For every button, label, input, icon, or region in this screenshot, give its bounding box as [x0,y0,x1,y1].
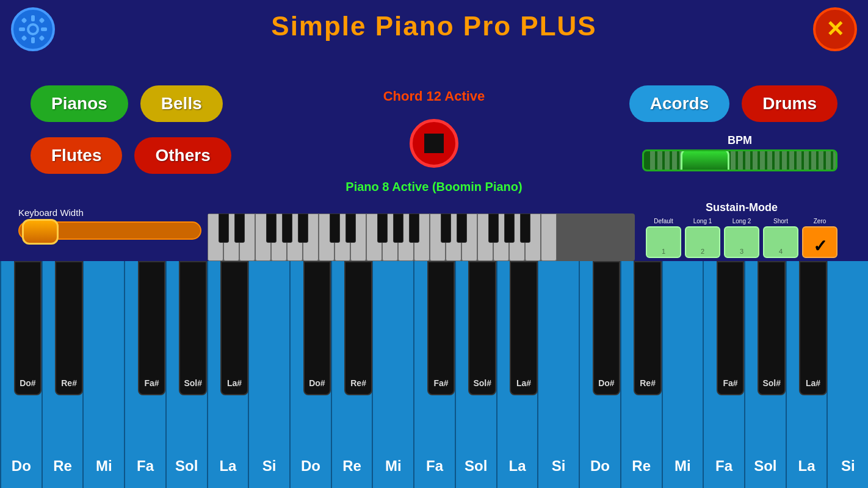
key-mi3[interactable]: Mi [662,261,703,488]
bells-button[interactable]: Bells [140,85,223,122]
svg-rect-8 [21,35,27,41]
bpm-slider[interactable] [642,149,837,171]
key-mi1[interactable]: Mi [82,261,124,488]
svg-rect-9 [39,35,45,41]
key-si1[interactable]: Si [248,261,289,488]
sustain-long1[interactable]: Long 1 2 [685,218,720,258]
black-key-Res2[interactable]: Re# [344,261,372,395]
key-mi2[interactable]: Mi [372,261,413,488]
black-key-Fas2[interactable]: Fa# [427,261,455,395]
svg-rect-5 [41,27,47,31]
flutes-button[interactable]: Flutes [31,137,122,174]
piano-active-label: Piano 8 Active (Boomin Piano) [345,180,522,194]
keyboard-width-label: Keyboard Width [18,207,201,218]
drums-button[interactable]: Drums [742,85,837,122]
svg-rect-2 [31,15,35,21]
black-key-Sols2[interactable]: Sol# [468,261,496,395]
black-key-Las1[interactable]: La# [220,261,248,395]
others-button[interactable]: Others [134,137,231,174]
black-key-Las2[interactable]: La# [510,261,538,395]
svg-rect-3 [31,37,35,43]
black-key-Las3[interactable]: La# [799,261,827,395]
settings-button[interactable] [11,7,55,51]
sustain-long2[interactable]: Long 2 3 [724,218,759,258]
pianos-button[interactable]: Pianos [31,85,128,122]
black-key-Sols1[interactable]: Sol# [179,261,207,395]
close-button[interactable]: ✕ [813,7,857,51]
gear-icon [16,13,49,46]
key-si2[interactable]: Si [537,261,579,488]
app-title: Simple Piano Pro PLUS [0,0,868,41]
mini-piano-preview: .mpw { display:inline-block; width:26px;… [208,214,635,261]
keyboard-width-handle[interactable] [22,219,59,245]
svg-rect-4 [19,27,25,31]
keyboard-width-slider[interactable] [18,221,201,240]
bpm-label: BPM [728,134,752,147]
black-key-Fas3[interactable]: Fa# [717,261,745,395]
sustain-mode-label: Sustain-Mode [646,201,837,214]
black-key-Res3[interactable]: Re# [634,261,662,395]
black-key-Dos2[interactable]: Do# [303,261,331,395]
stop-button[interactable] [410,119,458,168]
svg-point-1 [29,26,37,33]
black-key-Res1[interactable]: Re# [55,261,83,395]
sustain-zero[interactable]: Zero ✓ [802,218,837,258]
black-key-Fas1[interactable]: Fa# [138,261,166,395]
stop-icon [424,134,444,153]
svg-rect-6 [21,18,27,24]
bpm-handle[interactable] [681,149,729,171]
black-key-Dos3[interactable]: Do# [593,261,621,395]
key-si3[interactable]: Si [826,261,868,488]
close-icon: ✕ [826,16,844,42]
black-key-Dos1[interactable]: Do# [14,261,42,395]
black-key-Sols3[interactable]: Sol# [758,261,786,395]
sustain-short[interactable]: Short 4 [763,218,798,258]
svg-rect-7 [39,18,45,24]
piano-keyboard: #wkeys { display:flex; width:100%; heigh… [0,261,868,488]
chord-status-label: Chord 12 Active [383,88,485,104]
sustain-default[interactable]: Default 1 [646,218,681,258]
acords-button[interactable]: Acords [629,85,729,122]
